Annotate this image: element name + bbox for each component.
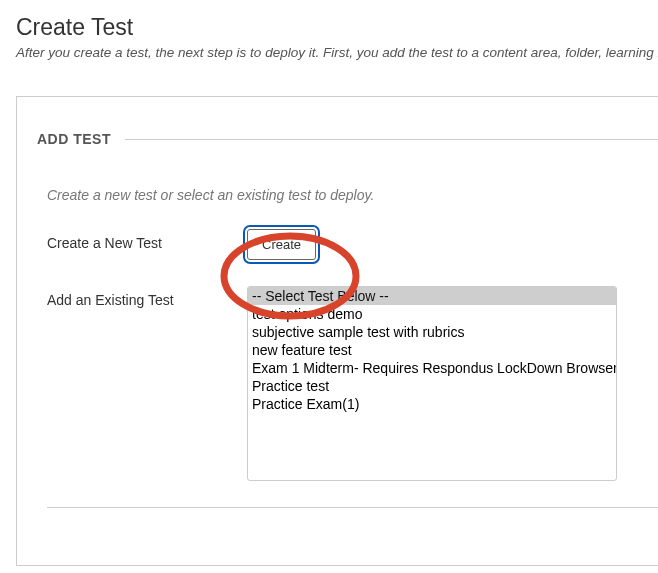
list-item[interactable]: test options demo xyxy=(248,305,616,323)
existing-test-select[interactable]: -- Select Test Below --test options demo… xyxy=(247,286,617,481)
page-header: Create Test After you create a test, the… xyxy=(0,0,658,66)
page-title: Create Test xyxy=(16,14,642,41)
list-item[interactable]: -- Select Test Below -- xyxy=(248,287,616,305)
section-header: ADD TEST xyxy=(37,131,658,147)
list-item[interactable]: Practice Exam(1) xyxy=(248,395,616,413)
existing-label: Add an Existing Test xyxy=(47,286,247,308)
list-item[interactable]: subjective sample test with rubrics xyxy=(248,323,616,341)
list-item[interactable]: new feature test xyxy=(248,341,616,359)
create-new-label: Create a New Test xyxy=(47,229,247,251)
bottom-rule xyxy=(47,507,658,508)
section-title: ADD TEST xyxy=(37,131,111,147)
create-button[interactable]: Create xyxy=(247,229,316,260)
existing-row: Add an Existing Test -- Select Test Belo… xyxy=(47,286,658,481)
list-item[interactable]: Exam 1 Midterm- Requires Respondus LockD… xyxy=(248,359,616,377)
content-panel: ADD TEST Create a new test or select an … xyxy=(16,96,658,566)
create-row: Create a New Test Create xyxy=(47,229,658,260)
page-description: After you create a test, the next step i… xyxy=(16,45,642,60)
list-item[interactable]: Practice test xyxy=(248,377,616,395)
section-rule xyxy=(125,139,658,140)
section-hint: Create a new test or select an existing … xyxy=(47,187,658,203)
